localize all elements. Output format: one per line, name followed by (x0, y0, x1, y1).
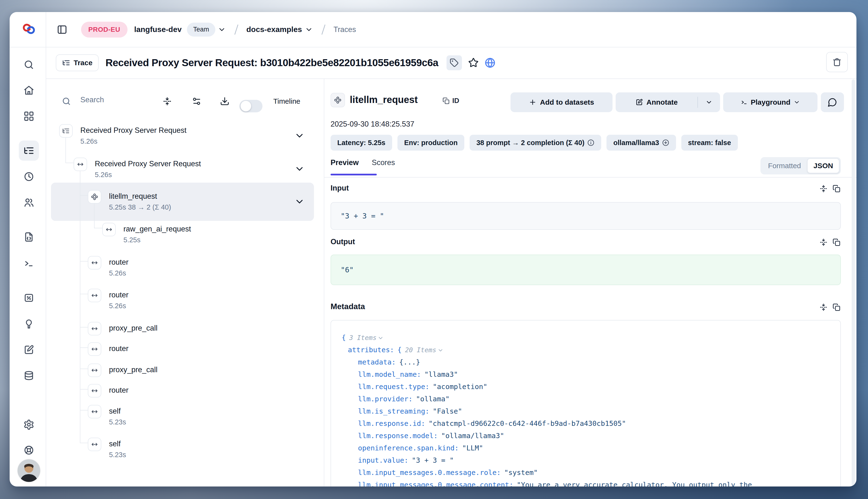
json-line[interactable]: llm.is_streaming:"False" (342, 405, 830, 417)
span-icon (88, 384, 101, 398)
tabs-divider (324, 177, 856, 178)
tree-row-span[interactable]: router (88, 384, 129, 398)
tree-row-generation-selected[interactable]: litellm_request5.25s 38 → 2 (Σ 40) (88, 190, 171, 213)
langfuse-logo-icon[interactable] (22, 22, 36, 36)
avatar[interactable] (17, 459, 40, 482)
tree-row-span[interactable]: router5.26s (88, 289, 129, 311)
sidebar-item-evaluation[interactable] (23, 292, 34, 303)
globe-public-icon[interactable] (485, 57, 496, 68)
chevron-down-icon[interactable] (294, 130, 305, 141)
collapse-section-icon[interactable] (819, 303, 828, 312)
metadata-badges: Latency: 5.25s Env: production 38 prompt… (331, 135, 738, 150)
chevron-down-icon (793, 99, 800, 106)
breadcrumb-org[interactable]: langfuse-dev (134, 25, 182, 34)
annotate-dropdown-button[interactable] (698, 99, 720, 106)
breadcrumb-project[interactable]: docs-examples (246, 25, 302, 34)
tree-row-span[interactable]: router5.26s (88, 256, 129, 279)
add-to-datasets-button[interactable]: Add to datasets (511, 93, 612, 112)
trash-icon (832, 57, 842, 67)
sidebar-item-home[interactable] (23, 85, 34, 96)
json-line[interactable]: llm.request.type:"acompletion" (342, 381, 830, 393)
active-tab-underline (331, 174, 377, 175)
copy-section-icon[interactable] (832, 303, 841, 312)
input-value: "3 + 3 = " (341, 212, 384, 220)
search-input[interactable] (80, 95, 153, 105)
tree-row-span[interactable]: router (88, 342, 129, 356)
chevron-down-icon[interactable] (218, 25, 226, 34)
json-line[interactable]: llm.provider:"ollama" (342, 393, 830, 405)
env-badge: Env: production (398, 135, 464, 150)
chevron-down-icon[interactable] (294, 163, 305, 174)
trace-icon (59, 124, 73, 138)
json-line[interactable]: metadata:{...} (342, 356, 830, 368)
copy-id-button[interactable]: ID (442, 97, 459, 105)
sidebar-item-datasets[interactable] (23, 370, 34, 381)
tree-row-span[interactable]: proxy_pre_call (88, 364, 158, 377)
json-line[interactable]: openinference.span.kind:"LLM" (342, 442, 830, 454)
tab-preview[interactable]: Preview (331, 158, 359, 167)
span-icon (88, 342, 101, 356)
sidebar-item-search[interactable] (23, 59, 34, 70)
tags-button[interactable] (447, 55, 462, 70)
chevron-down-icon[interactable] (305, 25, 313, 34)
tree-row-span[interactable]: Received Proxy Server Request5.26s (74, 158, 201, 180)
sidebar-item-dashboards[interactable] (23, 111, 34, 122)
panel-toggle-icon[interactable] (57, 24, 68, 35)
tree-guide-line (80, 170, 80, 443)
sidebar-item-playground[interactable] (23, 258, 34, 269)
tree-row-span[interactable]: self5.23s (88, 438, 126, 460)
playground-button[interactable]: Playground (723, 93, 818, 112)
copy-section-icon[interactable] (832, 238, 841, 247)
copy-section-icon[interactable] (832, 184, 841, 193)
pen-icon (635, 98, 643, 106)
json-line[interactable]: llm.model_name:"llama3" (342, 368, 830, 381)
id-label: ID (452, 97, 459, 105)
json-line[interactable]: llm.input_messages.0.message.content:"Yo… (342, 479, 830, 486)
tree-row-span[interactable]: self5.23s (88, 405, 126, 427)
chevron-down-icon[interactable] (294, 196, 305, 207)
breadcrumb: PROD-EU langfuse-dev Team docs-examples … (57, 12, 356, 47)
model-badge[interactable]: ollama/llama3 (607, 135, 676, 150)
sidebar-item-settings[interactable] (23, 419, 34, 430)
timeline-toggle[interactable] (240, 100, 262, 112)
sidebar-item-support[interactable] (23, 445, 34, 456)
view-mode-json-active[interactable]: JSON (807, 158, 839, 173)
breadcrumb-section[interactable]: Traces (333, 25, 356, 34)
collapse-section-icon[interactable] (819, 238, 828, 247)
sidebar-item-prompts[interactable] (23, 231, 34, 243)
sidebar-item-insights[interactable] (23, 318, 34, 329)
json-line[interactable]: llm.input_messages.0.message.role:"syste… (342, 466, 830, 479)
tab-scores[interactable]: Scores (372, 158, 395, 167)
json-line[interactable]: llm.response.model:"ollama/llama3" (342, 430, 830, 442)
generation-icon (331, 93, 345, 107)
tree-row-trace[interactable]: Received Proxy Server Request5.26s (59, 124, 186, 147)
delete-trace-button[interactable] (826, 52, 848, 72)
json-line[interactable]: {3 Items (342, 331, 830, 344)
annotate-button[interactable]: Annotate (616, 98, 697, 106)
metadata-json-viewer[interactable]: {3 Items attributes:{20 Items metadata:{… (331, 320, 841, 486)
tree-guide-elbow (80, 443, 88, 443)
annotate-label: Annotate (646, 98, 678, 106)
tree-guide-elbow (80, 348, 88, 348)
download-icon[interactable] (220, 97, 230, 106)
tree-row-span[interactable]: raw_gen_ai_request5.25s (102, 223, 191, 245)
titlebar-divider (46, 78, 856, 79)
comments-button[interactable] (821, 93, 844, 112)
collapse-section-icon[interactable] (819, 184, 828, 193)
json-line[interactable]: input.value:"3 + 3 = " (342, 454, 830, 466)
json-line[interactable]: llm.response.id:"chatcmpl-d96622c0-c642-… (342, 417, 830, 430)
tokens-badge[interactable]: 38 prompt → 2 completion (Σ 40) (469, 135, 601, 150)
view-mode-formatted[interactable]: Formatted (762, 162, 807, 170)
tree-row-span[interactable]: proxy_pre_call (88, 322, 158, 336)
output-value: "6" (341, 266, 354, 274)
star-button[interactable] (468, 58, 479, 68)
json-line[interactable]: attributes:{20 Items (342, 344, 830, 356)
tree-settings-icon[interactable] (192, 97, 201, 106)
annotate-button-group: Annotate (616, 93, 720, 112)
sidebar-item-users[interactable] (23, 197, 34, 208)
scrollbar[interactable] (852, 80, 855, 486)
sidebar-item-annotations[interactable] (23, 344, 34, 355)
sidebar-item-tracing-active[interactable] (19, 141, 39, 161)
collapse-all-icon[interactable] (162, 97, 172, 106)
sidebar-item-sessions[interactable] (23, 171, 34, 182)
